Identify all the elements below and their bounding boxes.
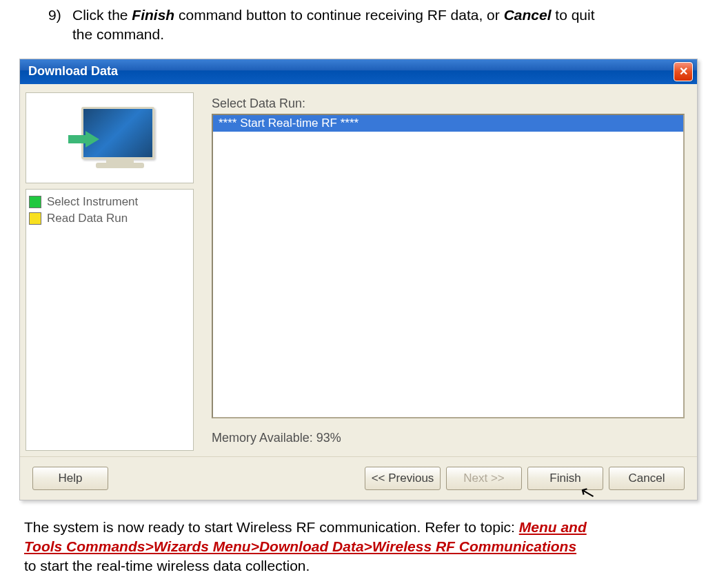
instruction-text-3: to quit <box>552 7 595 23</box>
footer-prefix: The system is now ready to start Wireles… <box>24 519 519 535</box>
cancel-ref: Cancel <box>504 7 552 23</box>
instruction-text-2: command button to continue receiving RF … <box>174 7 503 23</box>
close-icon: ✕ <box>679 65 688 78</box>
previous-button[interactable]: << Previous <box>365 467 441 490</box>
step-bullet-current-icon <box>29 212 41 225</box>
finish-ref: Finish <box>132 7 174 23</box>
right-panel: Select Data Run: **** Start Real-time RF… <box>199 84 697 456</box>
instruction-text-1: Click the <box>72 7 132 23</box>
step-label: Select Instrument <box>47 195 138 209</box>
help-button[interactable]: Help <box>32 467 108 490</box>
dialog-title: Download Data <box>28 64 118 79</box>
step-label: Read Data Run <box>47 212 128 225</box>
wizard-icon-box <box>26 92 194 183</box>
topic-link-line2[interactable]: Tools Commands>Wizards Menu>Download Dat… <box>24 538 576 554</box>
data-run-listbox[interactable]: **** Start Real-time RF **** <box>212 114 685 418</box>
titlebar: Download Data ✕ <box>20 59 697 84</box>
footer-paragraph: The system is now ready to start Wireles… <box>24 518 693 576</box>
instruction-line2: the command. <box>48 25 669 44</box>
monitor-icon <box>65 103 154 172</box>
cancel-button[interactable]: Cancel <box>609 467 685 490</box>
wizard-steps: Select Instrument Read Data Run <box>26 189 194 451</box>
topic-link-line1[interactable]: Menu and <box>519 519 587 535</box>
step-select-instrument: Select Instrument <box>29 194 190 210</box>
left-panel: Select Instrument Read Data Run <box>20 84 199 456</box>
footer-suffix: to start the real-time wireless data col… <box>24 558 310 574</box>
download-arrow-icon <box>65 131 99 148</box>
close-button[interactable]: ✕ <box>674 62 693 81</box>
select-data-run-label: Select Data Run: <box>212 97 685 111</box>
memory-available-label: Memory Available: 93% <box>212 431 685 445</box>
step-bullet-done-icon <box>29 196 41 208</box>
button-bar: Help << Previous Next >> Finish Cancel ↖ <box>20 456 697 500</box>
next-button: Next >> <box>446 467 522 490</box>
step-number: 9) <box>48 6 72 25</box>
step-read-data-run: Read Data Run <box>29 210 190 227</box>
download-data-dialog: Download Data ✕ <box>19 59 698 500</box>
instruction-step: 9)Click the Finish command button to con… <box>48 6 669 45</box>
list-item-selected[interactable]: **** Start Real-time RF **** <box>213 115 683 132</box>
